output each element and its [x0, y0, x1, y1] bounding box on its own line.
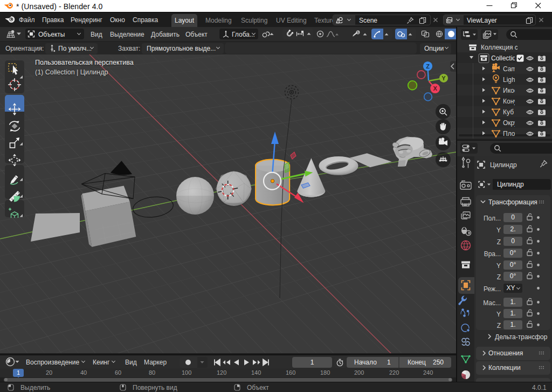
svg-text:Y: Y — [441, 75, 446, 81]
svg-text:X: X — [433, 85, 438, 92]
svg-text:Z: Z — [426, 63, 430, 70]
